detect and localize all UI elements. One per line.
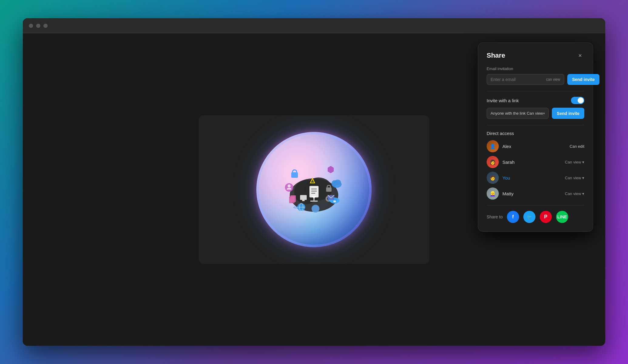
twitter-button[interactable]: 🐦 — [523, 211, 535, 223]
invite-link-toggle[interactable] — [571, 97, 584, 104]
email-row: can view Send invite — [487, 74, 584, 85]
email-input-wrapper[interactable]: can view — [487, 74, 564, 85]
cloud-svg: ! — [281, 156, 347, 222]
avatar-alex: 👤 — [487, 140, 499, 152]
svg-point-29 — [312, 205, 319, 213]
cloud-svg-area: ! — [281, 156, 347, 224]
svg-rect-21 — [290, 195, 296, 202]
user-name-sarah: Sarah — [502, 160, 561, 165]
pinterest-button[interactable]: P — [540, 211, 552, 223]
avatar-you: 🧑 — [487, 172, 499, 184]
svg-marker-22 — [328, 166, 334, 173]
divider-1 — [487, 91, 584, 91]
user-perm-sarah[interactable]: Can view ▾ — [565, 160, 584, 164]
svg-text:!: ! — [312, 180, 313, 183]
link-section: Invite with a link Anyone with the link … — [487, 97, 584, 119]
pinterest-icon: P — [544, 214, 548, 220]
twitter-icon: 🐦 — [527, 214, 532, 219]
line-button[interactable]: LINE — [556, 211, 568, 223]
divider-2 — [487, 125, 584, 125]
share-to-label: Share to — [487, 214, 503, 219]
user-list: 👤 Alex Can edit 👩 Sarah Can view ▾ 🧑 You — [487, 140, 584, 200]
window-content: ! — [23, 33, 605, 346]
close-button[interactable]: × — [576, 51, 584, 60]
user-perm-you[interactable]: Can view ▾ — [565, 176, 584, 180]
cloud-illustration: ! — [256, 132, 372, 247]
link-select-row: Anyone with the link Can view ▾ Send inv… — [487, 108, 584, 119]
orb: ! — [256, 132, 372, 247]
svg-rect-28 — [333, 201, 336, 202]
svg-rect-13 — [300, 195, 307, 200]
direct-access-label: Direct access — [487, 131, 584, 136]
email-input[interactable] — [491, 77, 544, 82]
share-title: Share — [487, 52, 505, 59]
link-label: Invite with a link — [487, 98, 519, 103]
line-icon: LINE — [557, 214, 567, 219]
facebook-button[interactable]: f — [507, 211, 519, 223]
link-row: Invite with a link — [487, 97, 584, 104]
user-perm-alex: Can edit — [570, 144, 584, 149]
email-section: Email invitation can view Send invite — [487, 66, 584, 85]
avatar-sarah: 👩 — [487, 156, 499, 168]
titlebar — [23, 18, 605, 33]
user-perm-matty[interactable]: Can view ▾ — [565, 191, 584, 196]
divider-3 — [487, 205, 584, 205]
svg-rect-17 — [291, 172, 298, 178]
link-select-text: Anyone with the link Can view — [491, 111, 543, 116]
app-window: ! — [23, 18, 605, 346]
user-name-matty: Matty — [502, 191, 561, 196]
svg-point-25 — [334, 180, 341, 185]
svg-rect-3 — [309, 186, 319, 197]
avatar-matty: 👱‍♀️ — [487, 187, 499, 200]
email-send-button[interactable]: Send invite — [567, 74, 600, 85]
user-item-sarah: 👩 Sarah Can view ▾ — [487, 156, 584, 168]
email-section-label: Email invitation — [487, 66, 584, 71]
can-view-badge: can view — [546, 77, 560, 82]
window-dot-1 — [29, 24, 33, 28]
share-to-row: Share to f 🐦 P LINE — [487, 211, 584, 223]
window-dot-3 — [43, 24, 48, 28]
svg-point-19 — [288, 184, 291, 187]
facebook-icon: f — [512, 214, 514, 220]
user-item-alex: 👤 Alex Can edit — [487, 140, 584, 152]
chevron-down-icon: ▾ — [543, 111, 545, 116]
user-name-alex: Alex — [502, 144, 566, 149]
link-permission-select[interactable]: Anyone with the link Can view ▾ — [487, 108, 549, 119]
window-dot-2 — [36, 24, 40, 28]
user-item-you: 🧑 You Can view ▾ — [487, 172, 584, 184]
svg-rect-10 — [326, 187, 332, 192]
share-panel-header: Share × — [487, 51, 584, 60]
share-panel: Share × Email invitation can view Send i… — [478, 42, 593, 232]
user-item-matty: 👱‍♀️ Matty Can view ▾ — [487, 187, 584, 200]
link-send-button[interactable]: Send invite — [552, 108, 584, 119]
image-container: ! — [199, 115, 429, 264]
user-name-you: You — [502, 175, 561, 180]
svg-rect-14 — [302, 200, 305, 201]
direct-access-section: Direct access 👤 Alex Can edit 👩 Sarah Ca… — [487, 131, 584, 200]
